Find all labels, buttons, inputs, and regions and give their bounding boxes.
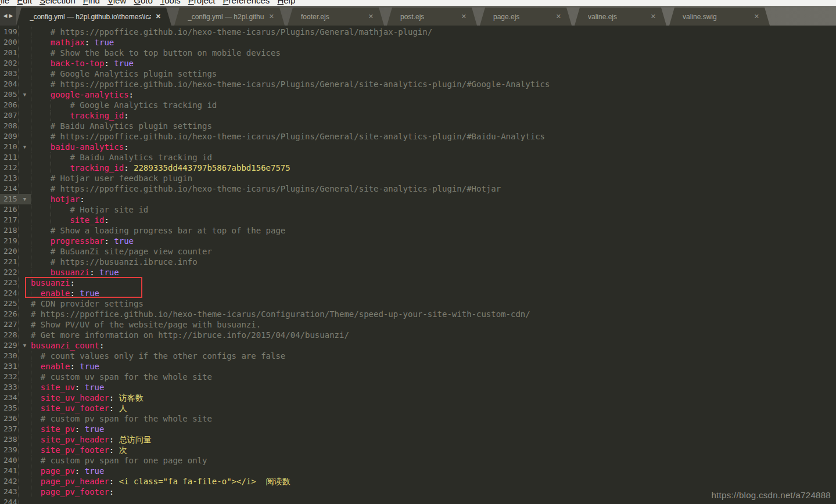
code-text[interactable]: site_pv_footer: 次 bbox=[31, 445, 836, 455]
code-text[interactable]: # custom uv span for the whole site bbox=[31, 372, 836, 382]
code-text[interactable]: site_id: bbox=[31, 215, 836, 225]
line-number: 228 bbox=[0, 330, 19, 340]
token: : bbox=[89, 268, 94, 277]
code-text[interactable]: # Baidu Analytics plugin settings bbox=[31, 121, 836, 131]
code-text[interactable]: hotjar: bbox=[31, 194, 836, 204]
line-number: 231 bbox=[0, 361, 19, 372]
code-line-238: 238site_pv_header: 总访问量 bbox=[0, 434, 836, 445]
tab--config.yml-h2pl.github.io-themes-icarus[interactable]: _config.yml — h2pl.github.io\themes\icar… bbox=[16, 8, 171, 26]
token: enable bbox=[41, 289, 70, 298]
indent-guide bbox=[31, 194, 31, 204]
tab-close-icon[interactable]: ✕ bbox=[151, 13, 161, 20]
menu-item-tools[interactable]: Tools bbox=[160, 0, 181, 6]
token: : bbox=[104, 59, 109, 68]
code-text[interactable]: # Show the back to top button on mobile … bbox=[31, 48, 836, 58]
tab-post.ejs[interactable]: post.ejs✕ bbox=[387, 8, 477, 26]
fold-arrow-icon[interactable]: ▼ bbox=[19, 194, 31, 204]
menu-item-find[interactable]: Find bbox=[83, 0, 100, 6]
code-text[interactable]: # Hotjar site id bbox=[31, 204, 836, 215]
fold-arrow-icon[interactable]: ▼ bbox=[19, 142, 31, 152]
code-text[interactable]: progressbar: true bbox=[31, 236, 836, 246]
code-line-215: 215▼hotjar: bbox=[0, 194, 836, 204]
code-text[interactable]: enable: true bbox=[31, 361, 836, 372]
token: page_pv bbox=[41, 466, 75, 476]
code-text[interactable]: # CDN provider settings bbox=[31, 298, 836, 309]
code-text[interactable]: enable: true bbox=[31, 288, 836, 298]
fold-spacer bbox=[19, 497, 31, 504]
token: # custom pv span for one page only bbox=[41, 456, 207, 465]
code-text[interactable]: mathjax: true bbox=[31, 37, 836, 48]
code-text[interactable]: # Google Analytics plugin settings bbox=[31, 69, 836, 79]
line-number: 234 bbox=[0, 393, 19, 403]
fold-spacer bbox=[19, 236, 31, 246]
code-text[interactable]: busuanzi: true bbox=[31, 267, 836, 278]
tab-footer.ejs[interactable]: footer.ejs✕ bbox=[288, 8, 384, 26]
menu-item-selection[interactable]: Selection bbox=[40, 0, 76, 6]
code-text[interactable]: # BuSuanZi site/page view counter bbox=[31, 246, 836, 257]
code-text[interactable]: # Google Analytics tracking id bbox=[31, 100, 836, 110]
code-text[interactable]: # https://busuanzi.ibruce.info bbox=[31, 257, 836, 267]
tab-close-icon[interactable]: ✕ bbox=[551, 13, 561, 20]
code-text[interactable]: # https://ppoffice.github.io/hexo-theme-… bbox=[31, 309, 836, 319]
tab-close-icon[interactable]: ✕ bbox=[457, 13, 467, 20]
code-text[interactable]: # Show PV/UV of the website/page with bu… bbox=[31, 319, 836, 330]
code-text[interactable]: site_uv_footer: 人 bbox=[31, 403, 836, 413]
token: # Show the back to top button on mobile … bbox=[51, 48, 281, 57]
fold-arrow-icon[interactable]: ▼ bbox=[19, 89, 31, 100]
code-text[interactable]: busuanzi: bbox=[31, 278, 836, 288]
code-text[interactable]: # https://ppoffice.github.io/hexo-theme-… bbox=[31, 131, 836, 142]
code-text[interactable]: site_pv: true bbox=[31, 424, 836, 434]
editor[interactable]: 199# https://ppoffice.github.io/hexo-the… bbox=[0, 26, 836, 504]
tab-valine.ejs[interactable]: valine.ejs✕ bbox=[575, 8, 666, 26]
code-text[interactable]: site_pv_header: 总访问量 bbox=[31, 434, 836, 445]
tab-close-icon[interactable]: ✕ bbox=[364, 13, 374, 20]
code-text[interactable]: page_pv: true bbox=[31, 466, 836, 476]
code-text[interactable]: # Get more information on http://ibruce.… bbox=[31, 330, 836, 340]
token: 次 bbox=[114, 445, 127, 455]
code-text[interactable]: busuanzi_count: bbox=[31, 340, 836, 351]
code-text[interactable]: tracking_id: 2289335dd443797b5867abbd156… bbox=[31, 163, 836, 173]
menu-item-edit[interactable]: Edit bbox=[17, 0, 32, 6]
line-number: 213 bbox=[0, 173, 19, 183]
code-line-240: 240# custom pv span for one page only bbox=[0, 455, 836, 466]
menu-item-help[interactable]: Help bbox=[277, 0, 295, 6]
menu-item-goto[interactable]: Goto bbox=[134, 0, 153, 6]
tab-nav-back-icon[interactable]: ◀ bbox=[3, 13, 8, 19]
tab-nav-forward-icon[interactable]: ▶ bbox=[9, 13, 13, 19]
fold-spacer bbox=[19, 152, 31, 163]
line-number: 201 bbox=[0, 48, 19, 58]
code-text[interactable]: # https://ppoffice.github.io/hexo-theme-… bbox=[31, 183, 836, 194]
code-text[interactable]: # custom pv span for the whole site bbox=[31, 413, 836, 424]
code-text[interactable]: # https://ppoffice.github.io/hexo-theme-… bbox=[31, 27, 836, 37]
tab-close-icon[interactable]: ✕ bbox=[264, 13, 274, 20]
menu-item-project[interactable]: Project bbox=[188, 0, 216, 6]
code-text[interactable]: google-analytics: bbox=[31, 89, 836, 100]
code-text[interactable]: # count values only if the other configs… bbox=[31, 351, 836, 361]
code-text[interactable]: # https://ppoffice.github.io/hexo-theme-… bbox=[31, 79, 836, 89]
menu-item-view[interactable]: View bbox=[107, 0, 126, 6]
code-text[interactable]: baidu-analytics: bbox=[31, 142, 836, 152]
code-text[interactable]: tracking_id: bbox=[31, 110, 836, 121]
menu-item-file[interactable]: File bbox=[0, 0, 9, 6]
tab-close-icon[interactable]: ✕ bbox=[749, 13, 759, 20]
tab-valine.swig[interactable]: valine.swig✕ bbox=[669, 8, 770, 26]
line-number: 238 bbox=[0, 434, 19, 445]
tab-close-icon[interactable]: ✕ bbox=[646, 13, 656, 20]
code-text[interactable]: site_uv_header: 访客数 bbox=[31, 393, 836, 403]
code-text[interactable]: # Hotjar user feedback plugin bbox=[31, 173, 836, 183]
code-text[interactable]: # Baidu Analytics tracking id bbox=[31, 152, 836, 163]
tab-label: _config.yml — h2pl.github.io\themes\icar… bbox=[30, 13, 151, 21]
tab-page.ejs[interactable]: page.ejs✕ bbox=[480, 8, 572, 26]
code-text[interactable]: page_pv_header: <i class="fa fa-file-o">… bbox=[31, 476, 836, 487]
token: # count values only if the other configs… bbox=[41, 351, 285, 361]
code-text[interactable]: site_uv: true bbox=[31, 382, 836, 393]
line-number: 242 bbox=[0, 476, 19, 487]
code-text[interactable]: # Show a loading progress bar at top of … bbox=[31, 225, 836, 236]
token: : bbox=[85, 38, 89, 47]
menu-item-preferences[interactable]: Preferences bbox=[223, 0, 270, 6]
fold-arrow-icon[interactable]: ▼ bbox=[19, 340, 31, 351]
tab--config.yml-h2pl.github.io[interactable]: _config.yml — h2pl.github.io✕ bbox=[174, 8, 285, 26]
code-text[interactable]: # custom pv span for one page only bbox=[31, 455, 836, 466]
fold-spacer bbox=[19, 434, 31, 445]
code-text[interactable]: back-to-top: true bbox=[31, 58, 836, 69]
